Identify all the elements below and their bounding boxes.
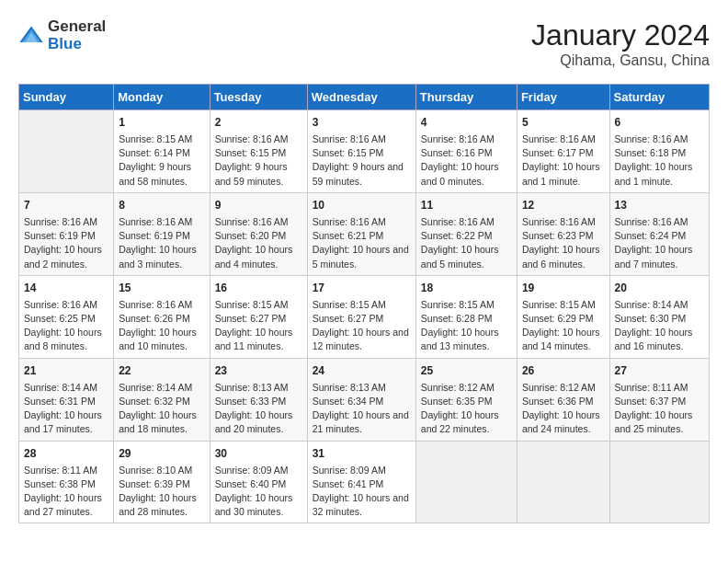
cell-content: Sunrise: 8:16 AMSunset: 6:25 PMDaylight:…	[24, 298, 108, 354]
calendar-cell: 26Sunrise: 8:12 AMSunset: 6:36 PMDayligh…	[517, 358, 609, 441]
cell-content: Sunrise: 8:11 AMSunset: 6:38 PMDaylight:…	[24, 464, 108, 520]
week-row-2: 14Sunrise: 8:16 AMSunset: 6:25 PMDayligh…	[19, 275, 710, 358]
day-number: 25	[421, 362, 512, 379]
cell-content: Sunrise: 8:14 AMSunset: 6:32 PMDaylight:…	[119, 381, 204, 437]
day-number: 27	[615, 362, 704, 379]
cell-content: Sunrise: 8:16 AMSunset: 6:21 PMDaylight:…	[313, 215, 411, 271]
cell-content: Sunrise: 8:09 AMSunset: 6:40 PMDaylight:…	[215, 464, 302, 520]
day-number: 8	[119, 197, 204, 213]
cell-content: Sunrise: 8:09 AMSunset: 6:41 PMDaylight:…	[313, 464, 411, 520]
calendar-cell: 6Sunrise: 8:16 AMSunset: 6:18 PMDaylight…	[609, 110, 709, 193]
day-number: 14	[24, 280, 108, 296]
calendar-table: SundayMondayTuesdayWednesdayThursdayFrid…	[18, 84, 710, 523]
week-row-4: 28Sunrise: 8:11 AMSunset: 6:38 PMDayligh…	[19, 441, 710, 523]
header-cell-tuesday: Tuesday	[210, 85, 307, 110]
calendar-cell: 16Sunrise: 8:15 AMSunset: 6:27 PMDayligh…	[210, 275, 307, 358]
calendar-cell: 20Sunrise: 8:14 AMSunset: 6:30 PMDayligh…	[609, 275, 709, 358]
day-number: 3	[313, 114, 411, 131]
calendar-cell: 23Sunrise: 8:13 AMSunset: 6:33 PMDayligh…	[210, 358, 307, 441]
week-row-1: 7Sunrise: 8:16 AMSunset: 6:19 PMDaylight…	[19, 192, 710, 275]
day-number: 15	[119, 280, 204, 296]
calendar-cell	[517, 441, 609, 523]
page-title: January 2024	[531, 18, 710, 52]
cell-content: Sunrise: 8:16 AMSunset: 6:23 PMDaylight:…	[522, 215, 605, 271]
calendar-cell: 3Sunrise: 8:16 AMSunset: 6:15 PMDaylight…	[307, 110, 415, 193]
day-number: 12	[522, 197, 605, 213]
day-number: 13	[615, 197, 704, 213]
cell-content: Sunrise: 8:16 AMSunset: 6:22 PMDaylight:…	[421, 215, 512, 271]
day-number: 20	[615, 280, 704, 296]
calendar-cell: 24Sunrise: 8:13 AMSunset: 6:34 PMDayligh…	[307, 358, 415, 441]
calendar-cell: 10Sunrise: 8:16 AMSunset: 6:21 PMDayligh…	[307, 192, 415, 275]
cell-content: Sunrise: 8:16 AMSunset: 6:26 PMDaylight:…	[119, 298, 204, 354]
calendar-cell: 18Sunrise: 8:15 AMSunset: 6:28 PMDayligh…	[415, 275, 517, 358]
calendar-cell: 2Sunrise: 8:16 AMSunset: 6:15 PMDaylight…	[210, 110, 307, 193]
header-cell-wednesday: Wednesday	[307, 85, 415, 110]
header-cell-monday: Monday	[114, 85, 210, 110]
cell-content: Sunrise: 8:16 AMSunset: 6:19 PMDaylight:…	[119, 215, 204, 271]
cell-content: Sunrise: 8:14 AMSunset: 6:30 PMDaylight:…	[615, 298, 704, 354]
calendar-cell: 29Sunrise: 8:10 AMSunset: 6:39 PMDayligh…	[114, 441, 210, 523]
calendar-cell: 4Sunrise: 8:16 AMSunset: 6:16 PMDaylight…	[415, 110, 517, 193]
cell-content: Sunrise: 8:10 AMSunset: 6:39 PMDaylight:…	[119, 464, 204, 520]
cell-content: Sunrise: 8:13 AMSunset: 6:33 PMDaylight:…	[215, 381, 302, 437]
cell-content: Sunrise: 8:15 AMSunset: 6:29 PMDaylight:…	[522, 298, 605, 354]
day-number: 28	[24, 445, 108, 462]
logo-text-blue: Blue	[48, 36, 106, 53]
calendar-cell: 9Sunrise: 8:16 AMSunset: 6:20 PMDaylight…	[210, 192, 307, 275]
calendar-cell: 7Sunrise: 8:16 AMSunset: 6:19 PMDaylight…	[19, 192, 114, 275]
day-number: 30	[215, 445, 302, 462]
cell-content: Sunrise: 8:16 AMSunset: 6:18 PMDaylight:…	[615, 132, 704, 189]
calendar-cell: 25Sunrise: 8:12 AMSunset: 6:35 PMDayligh…	[415, 358, 517, 441]
calendar-cell: 21Sunrise: 8:14 AMSunset: 6:31 PMDayligh…	[19, 358, 114, 441]
logo-icon	[18, 23, 44, 49]
cell-content: Sunrise: 8:13 AMSunset: 6:34 PMDaylight:…	[313, 381, 411, 437]
calendar-cell: 28Sunrise: 8:11 AMSunset: 6:38 PMDayligh…	[19, 441, 114, 523]
calendar-cell	[415, 441, 517, 523]
day-number: 5	[522, 114, 605, 131]
calendar-cell: 19Sunrise: 8:15 AMSunset: 6:29 PMDayligh…	[517, 275, 609, 358]
day-number: 1	[119, 114, 204, 131]
calendar-cell: 8Sunrise: 8:16 AMSunset: 6:19 PMDaylight…	[114, 192, 210, 275]
logo: General Blue	[18, 18, 106, 52]
header-cell-saturday: Saturday	[609, 85, 709, 110]
calendar-cell: 11Sunrise: 8:16 AMSunset: 6:22 PMDayligh…	[415, 192, 517, 275]
cell-content: Sunrise: 8:16 AMSunset: 6:24 PMDaylight:…	[615, 215, 704, 271]
header-row: SundayMondayTuesdayWednesdayThursdayFrid…	[19, 85, 710, 110]
day-number: 29	[119, 445, 204, 462]
cell-content: Sunrise: 8:15 AMSunset: 6:27 PMDaylight:…	[313, 298, 411, 354]
cell-content: Sunrise: 8:16 AMSunset: 6:17 PMDaylight:…	[522, 132, 605, 189]
calendar-cell	[19, 110, 114, 193]
cell-content: Sunrise: 8:16 AMSunset: 6:19 PMDaylight:…	[24, 215, 108, 271]
calendar-cell: 5Sunrise: 8:16 AMSunset: 6:17 PMDaylight…	[517, 110, 609, 193]
cell-content: Sunrise: 8:15 AMSunset: 6:28 PMDaylight:…	[421, 298, 512, 354]
cell-content: Sunrise: 8:12 AMSunset: 6:36 PMDaylight:…	[522, 381, 605, 437]
week-row-3: 21Sunrise: 8:14 AMSunset: 6:31 PMDayligh…	[19, 358, 710, 441]
calendar-cell: 14Sunrise: 8:16 AMSunset: 6:25 PMDayligh…	[19, 275, 114, 358]
cell-content: Sunrise: 8:14 AMSunset: 6:31 PMDaylight:…	[24, 381, 108, 437]
day-number: 24	[313, 362, 411, 379]
day-number: 23	[215, 362, 302, 379]
calendar-cell: 17Sunrise: 8:15 AMSunset: 6:27 PMDayligh…	[307, 275, 415, 358]
header-cell-friday: Friday	[517, 85, 609, 110]
week-row-0: 1Sunrise: 8:15 AMSunset: 6:14 PMDaylight…	[19, 110, 710, 193]
page-header: General Blue January 2024 Qihama, Gansu,…	[18, 18, 710, 69]
day-number: 2	[215, 114, 302, 131]
day-number: 6	[615, 114, 704, 131]
day-number: 17	[313, 280, 411, 296]
day-number: 9	[215, 197, 302, 213]
cell-content: Sunrise: 8:15 AMSunset: 6:14 PMDaylight:…	[119, 132, 204, 189]
cell-content: Sunrise: 8:16 AMSunset: 6:16 PMDaylight:…	[421, 132, 512, 189]
day-number: 18	[421, 280, 512, 296]
calendar-cell: 13Sunrise: 8:16 AMSunset: 6:24 PMDayligh…	[609, 192, 709, 275]
header-cell-sunday: Sunday	[19, 85, 114, 110]
cell-content: Sunrise: 8:12 AMSunset: 6:35 PMDaylight:…	[421, 381, 512, 437]
logo-text-general: General	[48, 18, 106, 36]
day-number: 16	[215, 280, 302, 296]
day-number: 19	[522, 280, 605, 296]
calendar-cell	[609, 441, 709, 523]
title-block: January 2024 Qihama, Gansu, China	[531, 18, 710, 69]
calendar-cell: 12Sunrise: 8:16 AMSunset: 6:23 PMDayligh…	[517, 192, 609, 275]
header-cell-thursday: Thursday	[415, 85, 517, 110]
day-number: 22	[119, 362, 204, 379]
